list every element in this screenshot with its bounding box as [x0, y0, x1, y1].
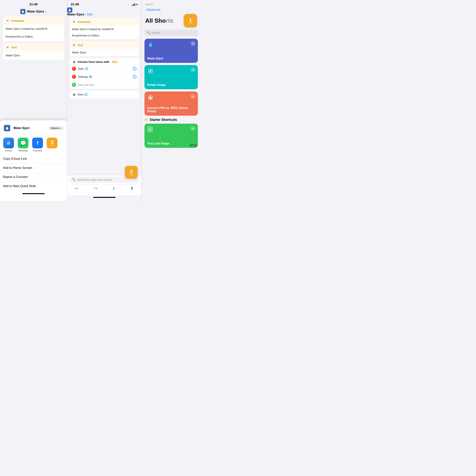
water-eject-menu[interactable]: •••	[190, 41, 196, 46]
choose-title: Choose from menu with	[78, 60, 110, 63]
airdrop-label: AirDrop	[5, 150, 12, 152]
home-indicator-left	[0, 192, 67, 197]
shortcut-convert-png[interactable]: ••• Convert PNG to JPEG (Share Sheet)	[144, 91, 198, 116]
share-button[interactable]: ⬆	[130, 186, 134, 191]
convert-png-title: Convert PNG to JPEG (Share Sheet)	[147, 106, 195, 113]
svg-marker-7	[149, 97, 152, 99]
add-item-label: Add new item	[78, 83, 95, 86]
comment-header-middle: ≡ Comment	[70, 18, 139, 26]
status-right-middle: ▾	[132, 3, 137, 6]
workflow-list-middle: ≡ Comment Water Eject Created by Josh067…	[67, 16, 141, 175]
all-shortcuts-title: All Shorts	[145, 17, 173, 24]
rotate-image-title: Rotate Image	[147, 83, 195, 87]
comment-content-middle: Water Eject Created by Josh0678.RoutineH…	[70, 26, 139, 39]
status-bar-middle: 21:49 ▾	[67, 0, 141, 7]
app-header-left: Water Eject ▾	[0, 7, 67, 16]
facebook-circle: f	[32, 137, 43, 148]
home-indicator-middle	[67, 195, 141, 201]
convert-png-menu[interactable]: •••	[190, 94, 196, 99]
app-title-middle: Water Eject	[67, 13, 84, 16]
menu-item-settings-label: Settings ⚙️	[78, 75, 133, 78]
wifi-icon: ▾	[136, 3, 137, 6]
comment-text-left: Water Eject Created by Josh0678.RoutineH…	[6, 27, 61, 38]
bottom-toolbar-middle: ↩ ↪ ℹ ⬆	[67, 184, 141, 195]
shortcut-rotate-image[interactable]: ••• Rotate Image	[144, 65, 198, 89]
menu-item-settings[interactable]: − Settings ⚙️ i	[70, 73, 139, 81]
chevron-icon-left[interactable]: ▾	[45, 10, 47, 13]
share-app-icon	[3, 124, 11, 132]
add-quick-note[interactable]: Add to New Quick Note	[3, 182, 64, 191]
whatsapp-circle: 💬	[18, 137, 28, 148]
water-eject-icon	[20, 9, 25, 14]
menu-item-start[interactable]: − Start 💦 i	[70, 65, 139, 73]
comment-icon-middle: ≡	[72, 20, 76, 24]
info-circle-start[interactable]: i	[133, 67, 136, 71]
search-bar-right[interactable]: 🔍 Search	[144, 30, 198, 36]
badge-2-overlay: 2	[125, 166, 137, 178]
whatsapp-item[interactable]: 💬 WhatsApp	[17, 137, 29, 152]
text-last-image-icon: +	[147, 126, 153, 132]
share-sheet: Water Eject Options > AirDrop	[0, 120, 67, 201]
water-eject-icon-mid	[67, 7, 72, 13]
info-button[interactable]: ℹ	[113, 186, 115, 191]
add-item-row[interactable]: + Add new item	[70, 81, 139, 89]
badge-3-item: 3	[47, 137, 58, 152]
back-chevron-icon: ‹	[145, 8, 146, 12]
share-action-list: Copy iCloud Link Add to Home Screen Repo…	[0, 154, 67, 191]
search-icon-right: 🔍	[147, 31, 151, 34]
watermark: دلیران	[190, 144, 197, 147]
badge-1: 1	[184, 14, 197, 27]
edit-button[interactable]: Edit	[87, 13, 92, 16]
text-card-left: ≡ Text Water Eject	[3, 43, 64, 60]
choose-text-label: Text	[112, 60, 117, 63]
starter-section-row: 📁 Starter Shortcuts	[144, 118, 198, 122]
shortcut-text-last-image[interactable]: + ••• Text Last Image دلیران	[144, 124, 198, 148]
undo-button[interactable]: ↩	[75, 186, 78, 191]
text-header-left: ≡ Text	[3, 43, 64, 51]
app-title-left: Water Eject	[27, 10, 44, 13]
text-content-middle: Water Eject	[70, 49, 139, 56]
copy-icloud-link[interactable]: Copy iCloud Link	[3, 154, 64, 163]
choose-title-area: Choose from menu with Text	[78, 60, 119, 64]
folder-icon: 📁	[144, 118, 148, 122]
menu-item-start-label: Start 💦	[78, 67, 133, 70]
start-block-header: ⊞ Start 💦	[72, 92, 136, 97]
start-label: Start 💦	[78, 93, 88, 96]
choose-header: ⊞ Choose from menu with Text	[70, 58, 139, 65]
text-label-left: Text	[11, 46, 17, 49]
shortcut-water-eject[interactable]: 💧 ••• Water Eject	[144, 39, 198, 63]
add-home-screen[interactable]: Add to Home Screen	[3, 163, 64, 172]
text-last-image-menu[interactable]: •••	[190, 126, 196, 131]
facebook-item[interactable]: f Facebook	[32, 137, 43, 152]
badge-1-underline	[188, 23, 192, 24]
comment-card-left: ≡ Comment Water Eject Created by Josh067…	[3, 16, 64, 41]
comment-title-middle: Comment	[78, 20, 90, 23]
minus-circle-start: −	[72, 67, 76, 71]
time-left: 21:49	[29, 3, 37, 6]
minus-circle-settings: −	[72, 75, 76, 79]
chevron-icon-middle[interactable]: ▾	[85, 13, 86, 16]
start-icon: ⊞	[72, 92, 76, 97]
starter-section-title: Starter Shortcuts	[150, 118, 177, 122]
info-circle-settings[interactable]: i	[133, 75, 136, 79]
panel-left: 21:49 Water Eject ▾ ≡ Comment Water Ejec…	[0, 0, 67, 201]
comment-icon-left: ≡	[6, 18, 10, 23]
whatsapp-label: WhatsApp	[18, 150, 28, 152]
redo-button[interactable]: ↪	[94, 186, 97, 191]
airdrop-item[interactable]: AirDrop	[3, 137, 14, 152]
report-concern[interactable]: Report a Concern	[3, 172, 64, 182]
rotate-image-menu[interactable]: •••	[190, 67, 196, 72]
comment-header-left: ≡ Comment	[3, 16, 64, 25]
status-bar-right: Search	[141, 0, 201, 7]
search-placeholder-mid: Search for apps and actions	[77, 178, 112, 181]
options-button[interactable]: Options >	[48, 126, 64, 131]
facebook-label: Facebook	[33, 150, 42, 152]
status-search-text: Search	[145, 3, 153, 6]
text-title-middle: Text	[78, 44, 83, 47]
back-nav[interactable]: ‹ Shortcuts	[141, 7, 201, 13]
text-header-middle: ≡ Text	[70, 41, 139, 49]
comment-body-left: Water Eject Created by Josh0678.RoutineH…	[3, 25, 64, 41]
panel-right: Search ‹ Shortcuts All Shorts 1 🔍 Search…	[141, 0, 201, 201]
back-label: Shortcuts	[147, 8, 160, 12]
app-header-middle: Water Eject ▾ Edit	[67, 7, 141, 16]
